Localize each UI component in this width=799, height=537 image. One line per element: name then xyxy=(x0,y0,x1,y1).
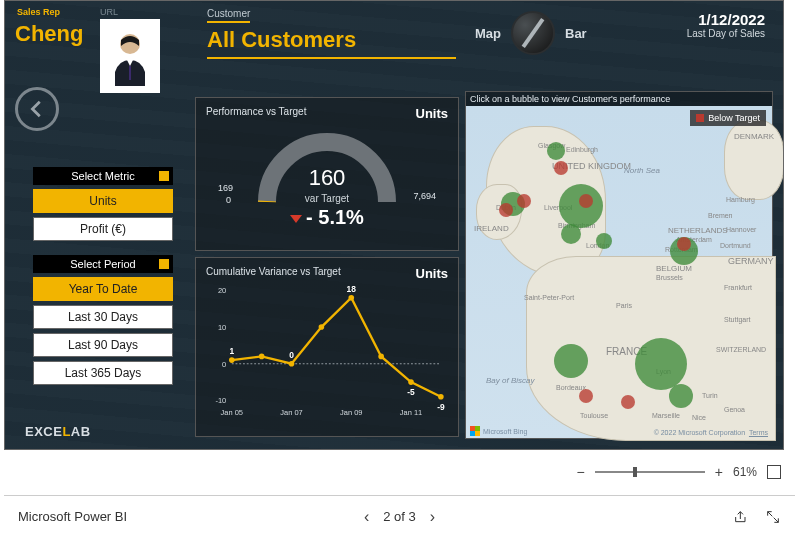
country-dk: DENMARK xyxy=(734,132,774,141)
svg-text:-9: -9 xyxy=(437,402,445,412)
gauge-var-label: var Target xyxy=(196,193,458,204)
map-bubble[interactable] xyxy=(561,224,581,244)
map-bubble[interactable] xyxy=(596,233,612,249)
city-nice: Nice xyxy=(692,414,706,421)
svg-text:10: 10 xyxy=(218,323,226,332)
bing-icon xyxy=(470,426,480,436)
period-option-30d[interactable]: Last 30 Days xyxy=(33,305,173,329)
city-edinburgh: Edinburgh xyxy=(566,146,598,153)
svg-rect-25 xyxy=(470,426,475,431)
svg-text:Jan 09: Jan 09 xyxy=(340,408,362,417)
bar-toggle-label[interactable]: Bar xyxy=(565,26,587,41)
map-bubble[interactable] xyxy=(499,203,513,217)
back-button[interactable] xyxy=(15,87,59,131)
map-bubble[interactable] xyxy=(517,194,531,208)
country-nl: NETHERLANDS xyxy=(668,226,728,235)
map-legend: Below Target xyxy=(690,110,766,126)
report-canvas: Sales Rep URL Cheng Customer All Custome… xyxy=(4,0,784,450)
svg-text:Jan 11: Jan 11 xyxy=(400,408,422,417)
line-chart: -10010201018-5-9Jan 05Jan 07Jan 09Jan 11 xyxy=(196,281,458,421)
map-bubble[interactable] xyxy=(635,338,687,390)
legend-swatch-icon xyxy=(696,114,704,122)
map-card: Click on a bubble to view Customer's per… xyxy=(465,91,773,439)
city-hamburg: Hamburg xyxy=(726,196,755,203)
map-bubble[interactable] xyxy=(554,161,568,175)
brand-logo: EXCELAB xyxy=(25,424,91,439)
line-unit: Units xyxy=(416,266,449,281)
zoom-in-button[interactable]: + xyxy=(715,464,723,480)
map-bubble[interactable] xyxy=(547,142,565,160)
map-terms-link[interactable]: Terms xyxy=(749,429,768,436)
share-icon[interactable] xyxy=(733,509,749,525)
period-option-365d[interactable]: Last 365 Days xyxy=(33,361,173,385)
map-bubble[interactable] xyxy=(579,389,593,403)
svg-text:20: 20 xyxy=(218,286,226,295)
city-turin: Turin xyxy=(702,392,718,399)
svg-text:0: 0 xyxy=(289,350,294,360)
city-hannover: Hannover xyxy=(726,226,756,233)
map-toggle-label[interactable]: Map xyxy=(475,26,501,41)
gauge-pct: - 5.1% xyxy=(196,206,458,229)
city-marseille: Marseille xyxy=(652,412,680,419)
arrow-left-icon xyxy=(26,98,48,120)
line-title: Cumulative Variance vs Target xyxy=(206,266,341,281)
sales-rep-label: Sales Rep xyxy=(17,7,60,17)
toggle-dial[interactable] xyxy=(511,11,555,55)
period-option-90d[interactable]: Last 90 Days xyxy=(33,333,173,357)
city-stuttgart: Stuttgart xyxy=(724,316,750,323)
svg-point-14 xyxy=(408,379,414,385)
line-card: Cumulative Variance vs Target Units -100… xyxy=(195,257,459,437)
period-option-ytd[interactable]: Year To Date xyxy=(33,277,173,301)
gauge-value: 160 xyxy=(196,165,458,191)
gauge-title: Performance vs Target xyxy=(206,106,306,121)
map-bubble[interactable] xyxy=(621,395,635,409)
zoom-out-button[interactable]: − xyxy=(577,464,585,480)
next-page-button[interactable]: › xyxy=(430,508,435,526)
map-bubble[interactable] xyxy=(669,384,693,408)
sea-label-biscay: Bay of Biscay xyxy=(486,376,534,385)
country-ireland: IRELAND xyxy=(474,224,509,233)
country-ch: SWITZERLAND xyxy=(716,346,766,353)
city-brussels: Brussels xyxy=(656,274,683,281)
svg-point-15 xyxy=(438,394,444,400)
fullscreen-icon[interactable] xyxy=(765,509,781,525)
svg-point-8 xyxy=(229,357,235,363)
map-copyright: © 2022 Microsoft Corporation Terms xyxy=(654,429,768,436)
svg-text:0: 0 xyxy=(222,360,226,369)
page-navigator: ‹ 2 of 3 › xyxy=(364,508,435,526)
zoom-slider[interactable] xyxy=(595,471,705,473)
zoom-pct: 61% xyxy=(733,465,757,479)
city-paris: Paris xyxy=(616,302,632,309)
metric-option-units[interactable]: Units xyxy=(33,189,173,213)
country-be: BELGIUM xyxy=(656,264,692,273)
footer-bar: Microsoft Power BI ‹ 2 of 3 › xyxy=(4,495,795,537)
city-frankfurt: Frankfurt xyxy=(724,284,752,291)
date-block: 1/12/2022 Last Day of Sales xyxy=(687,11,765,39)
report-date-sub: Last Day of Sales xyxy=(687,28,765,39)
city-genoa: Genoa xyxy=(724,406,745,413)
svg-point-13 xyxy=(378,354,384,360)
metric-option-profit[interactable]: Profit (€) xyxy=(33,217,173,241)
metric-slicer: Select Metric Units Profit (€) xyxy=(33,167,173,241)
map-bubble[interactable] xyxy=(677,237,691,251)
avatar-icon xyxy=(107,26,153,86)
svg-text:-5: -5 xyxy=(407,387,415,397)
map-bubble[interactable] xyxy=(579,194,593,208)
svg-point-11 xyxy=(319,324,325,330)
fit-to-page-button[interactable] xyxy=(767,465,781,479)
map-bubble[interactable] xyxy=(554,344,588,378)
svg-text:Jan 05: Jan 05 xyxy=(221,408,243,417)
map-viewport[interactable]: North Sea Bay of Biscay UNITED KINGDOM I… xyxy=(466,106,772,438)
prev-page-button[interactable]: ‹ xyxy=(364,508,369,526)
svg-point-10 xyxy=(289,361,295,367)
map-attribution: Microsoft Bing xyxy=(470,426,527,436)
svg-text:Jan 07: Jan 07 xyxy=(280,408,302,417)
metric-slicer-title: Select Metric xyxy=(33,167,173,185)
city-toulouse: Toulouse xyxy=(580,412,608,419)
header: Sales Rep URL Cheng Customer All Custome… xyxy=(15,7,773,92)
svg-rect-28 xyxy=(475,431,480,436)
zoom-toolbar: − + 61% xyxy=(4,456,795,488)
city-stpeterport: Saint-Peter-Port xyxy=(524,294,574,301)
page-indicator: 2 of 3 xyxy=(383,509,416,524)
sales-rep-avatar xyxy=(100,19,160,93)
